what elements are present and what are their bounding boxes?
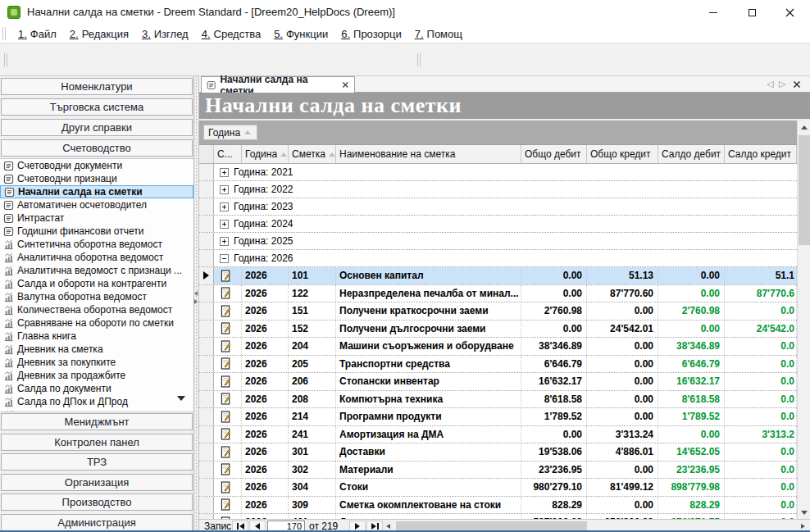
table-row[interactable]: 2026101Основен капитал0.0051.130.0051.1 [199,267,797,285]
table-row[interactable]: 2026205Транспортни средства6'646.790.006… [199,356,797,374]
menu-item[interactable]: 1.Файл [12,26,64,42]
vertical-scrollbar-thumb[interactable] [799,135,810,245]
menu-item[interactable]: 3.Изглед [136,26,196,42]
table-row[interactable]: 2026302Материали23'236.950.0023'236.950.… [199,462,797,480]
tab-scroll-right-button[interactable]: ▷ [779,79,785,89]
tab-nachalni-salda[interactable]: Начални салда на сметки [201,76,355,93]
scroll-down-icon[interactable] [177,396,185,401]
sidebar-item[interactable]: Аналитична оборотна ведомост [0,251,193,264]
tab-bar-close-button[interactable] [793,80,801,89]
sidebar-item[interactable]: Аналитична ведомост с признаци ... [0,264,193,277]
sidebar-section-button[interactable]: Търговска система [1,98,193,116]
table-row[interactable]: 2026304Стоки980'279.1081'499.12898'779.9… [199,479,797,497]
column-header[interactable]: Салдо дебит [658,145,725,163]
table-row[interactable]: 2026241Амортизация на ДМА0.003'313.240.0… [199,426,797,444]
row-selector[interactable] [199,391,214,408]
group-row[interactable]: Година: 2024 [199,216,797,233]
sidebar-item[interactable] [0,408,193,412]
column-header[interactable]: Салдо кредит [725,145,797,163]
vertical-scrollbar[interactable] [797,120,810,519]
column-header[interactable]: С... [214,145,242,163]
toolbar-grip[interactable] [4,53,7,66]
sidebar-section-button[interactable]: ТРЗ [1,453,193,471]
group-row[interactable]: Година: 2022 [199,181,797,198]
table-row[interactable]: 2026301Доставки19'538.064'886.0114'652.0… [199,443,797,462]
expand-icon[interactable] [220,168,229,177]
sidebar-item[interactable]: Количествена оборотна ведомост [0,303,193,316]
table-row[interactable]: 2026309Сметка окомплектоване на стоки828… [199,497,797,515]
scroll-up-button[interactable] [798,120,810,134]
column-header[interactable]: Общо кредит [587,145,658,163]
row-selector[interactable] [199,267,214,284]
collapse-icon[interactable] [220,254,229,263]
column-header[interactable]: Наименование на сметка [336,145,521,163]
row-selector[interactable] [199,302,214,320]
sidebar-item[interactable]: Салда и обороти на контрагенти [0,277,193,290]
expand-icon[interactable] [220,202,229,211]
menu-grip[interactable] [2,27,6,40]
sidebar-item[interactable]: Дневник на сметка [0,343,193,356]
table-row[interactable]: 2026151Получени краткосрочни заеми2'760.… [199,302,797,321]
row-selector[interactable] [199,373,214,390]
sidebar-item[interactable]: Салда по ДПок и ДПрод [0,395,193,408]
table-row[interactable]: 2026208Компютърна техника8'618.580.008'6… [199,391,797,409]
sidebar-item[interactable]: Счетоводни документи [0,159,193,172]
row-selector[interactable] [199,285,214,302]
sidebar-item[interactable]: Синтетична оборотна ведомост [0,238,193,251]
sidebar-item[interactable]: Валутна оборотна ведомост [0,290,193,303]
row-selector[interactable] [199,338,214,355]
sidebar-section-button[interactable]: Мениджмънт [1,413,193,430]
tab-scroll-left-button[interactable]: ◁ [767,79,773,89]
sidebar-section-button[interactable]: Други справки [1,119,193,136]
sidebar-item[interactable]: Начални салда на сметки [0,185,193,198]
group-row[interactable]: Година: 2025 [199,233,797,250]
row-selector[interactable] [199,408,214,425]
menu-item[interactable]: 2.Редакция [64,26,136,42]
row-selector[interactable] [199,479,214,496]
row-selector[interactable] [199,426,214,443]
menu-item[interactable]: 6.Прозорци [335,26,408,42]
row-selector[interactable] [199,321,214,338]
sidebar-item[interactable]: Автоматичен осчетоводител [0,198,193,211]
sidebar-item[interactable]: Салда по документи [0,382,193,395]
maximize-button[interactable] [734,0,770,25]
menu-item[interactable]: 4.Средства [196,26,268,42]
group-row[interactable]: Година: 2021 [199,164,797,181]
sidebar-section-button[interactable]: Контролен панел [1,434,193,451]
filter-toolbar-grip[interactable] [417,53,421,66]
table-row[interactable]: 2026204Машини съоръжения и оборудване38'… [199,338,797,356]
tab-close-icon[interactable] [342,81,349,89]
sidebar-section-button[interactable]: Номенклатури [1,78,193,95]
menu-item[interactable]: 5.Функции [268,26,335,42]
column-header[interactable]: Общо дебит [521,145,587,163]
sidebar-item[interactable]: Счетоводни признаци [0,172,193,185]
row-selector[interactable] [199,497,214,514]
menu-item[interactable]: 7.Помощ [409,26,470,42]
sidebar-section-button[interactable]: Счетоводство [1,139,193,157]
sidebar-item[interactable]: Главна книга [0,330,193,343]
group-by-chip[interactable]: Година [203,125,257,140]
sidebar-item[interactable]: Дневник за покупките [0,356,193,369]
table-row[interactable]: 2026152Получени дългосрочни заеми0.0024'… [199,321,797,339]
scroll-down-button[interactable] [798,506,810,519]
minimize-button[interactable] [695,0,731,25]
sidebar-section-button[interactable]: Администрация [1,514,193,531]
column-header[interactable]: Година [242,145,289,163]
group-row[interactable]: Година: 2023 [199,198,797,216]
group-row[interactable]: Година: 2026 [199,250,797,267]
column-header[interactable]: Сметка [289,145,336,163]
table-row[interactable]: 2026214Програмни продукти1'789.520.001'7… [199,408,797,426]
sidebar-item[interactable]: Сравняване на обороти по сметки [0,316,193,330]
table-row[interactable]: 2026206Стопански инвентар16'632.170.0016… [199,373,797,391]
close-button[interactable] [771,0,808,25]
table-row[interactable]: 2026122Неразпределена печалба от минал..… [199,285,797,303]
expand-icon[interactable] [220,185,229,194]
expand-icon[interactable] [220,220,229,229]
column-header[interactable] [199,145,214,163]
sidebar-section-button[interactable]: Организация [1,474,193,491]
row-selector[interactable] [199,356,214,373]
sidebar-item[interactable]: Интрастат [0,211,193,225]
expand-icon[interactable] [220,237,229,246]
sidebar-item[interactable]: Дневник за продажбите [0,369,193,382]
row-selector[interactable] [199,462,214,479]
